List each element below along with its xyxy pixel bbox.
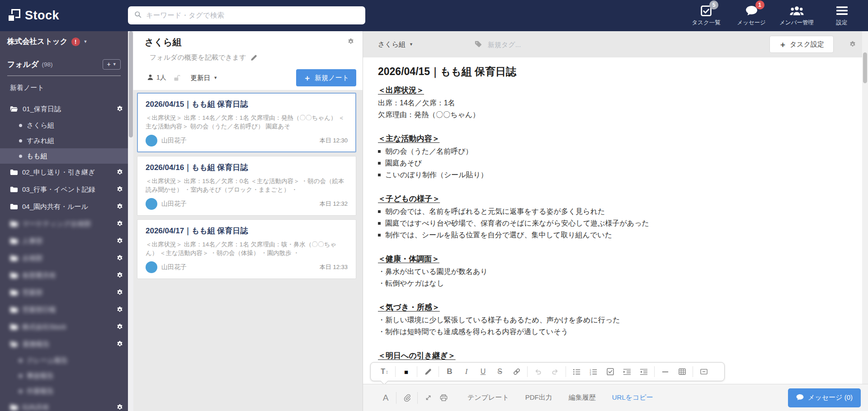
- note-card[interactable]: 2026/04/15｜もも組 保育日誌＜出席状況＞ 出席：14名／欠席：1名 欠…: [137, 93, 356, 152]
- chevron-down-icon: ▼: [213, 76, 217, 80]
- sidebar-item-content: 各部署共有: [10, 271, 56, 280]
- message-button[interactable]: メッセージ (0): [788, 388, 861, 407]
- folder-settings-icon[interactable]: [116, 105, 123, 113]
- folder-settings-icon[interactable]: [116, 272, 123, 279]
- folder-settings-icon[interactable]: [116, 306, 123, 313]
- numbered-list-button[interactable]: 123: [585, 365, 602, 378]
- highlight-pen-button[interactable]: [420, 365, 436, 378]
- indent-button[interactable]: [618, 365, 635, 378]
- new-tag-input[interactable]: [488, 41, 637, 48]
- content-scrollbar[interactable]: [862, 31, 868, 384]
- sidebar: 株式会社ストック ! ▼ フォルダ (98) +▼ 新着ノート01_保育日誌さく…: [0, 31, 128, 411]
- sidebar-folder-item[interactable]: 企画部: [0, 250, 128, 267]
- nav-item-members[interactable]: メンバー管理: [774, 5, 819, 27]
- pdf-export-button[interactable]: PDF出力: [525, 393, 552, 402]
- folder-settings-icon[interactable]: [116, 220, 123, 227]
- sidebar-note-group-item[interactable]: さくら組: [0, 118, 128, 133]
- search-input[interactable]: [146, 11, 359, 19]
- sidebar-item-content: 社内共有: [10, 403, 49, 411]
- sidebar-item-label: 営業部日報: [22, 306, 56, 314]
- sidebar-folder-item[interactable]: 営業部日報: [0, 301, 128, 318]
- note-settings-icon[interactable]: [849, 41, 856, 48]
- outdent-button[interactable]: [635, 365, 652, 378]
- sidebar-folder-item[interactable]: 各部署共有: [0, 267, 128, 284]
- sidebar-item-content: 人事部: [10, 237, 42, 246]
- sidebar-folder-item[interactable]: 01_保育日誌: [0, 100, 128, 118]
- sidebar-note-group-item[interactable]: もも組: [0, 148, 128, 164]
- bold-button[interactable]: B: [441, 365, 458, 378]
- members-indicator[interactable]: 1人: [147, 74, 166, 82]
- sort-dropdown[interactable]: 更新日 ▼: [191, 74, 217, 82]
- folder-select-dropdown[interactable]: さくら組 ▼: [378, 40, 413, 49]
- app-logo[interactable]: Stock: [7, 0, 59, 31]
- sidebar-scrollbar[interactable]: [128, 31, 133, 411]
- sidebar-note-group-item[interactable]: すみれ組: [0, 133, 128, 148]
- nav-item-settings[interactable]: 設定: [819, 5, 864, 27]
- note-card[interactable]: 2026/04/17｜もも組 保育日誌＜出席状況＞ 出席：14名／欠席：1名 欠…: [137, 219, 356, 279]
- sidebar-note-group-item[interactable]: クレーム報告: [0, 353, 128, 368]
- strikethrough-button[interactable]: S: [491, 365, 508, 378]
- nav-item-tasks[interactable]: 5タスク一覧: [684, 5, 729, 27]
- folder-settings-icon[interactable]: [116, 255, 123, 262]
- font-style-icon[interactable]: A: [378, 391, 393, 405]
- sidebar-folder-item[interactable]: 株式会社Stock: [0, 318, 128, 335]
- add-folder-button[interactable]: +▼: [103, 59, 121, 70]
- edit-history-button[interactable]: 編集履歴: [569, 393, 596, 402]
- sidebar-folder-item[interactable]: 03_行事・イベント記録: [0, 181, 128, 198]
- folder-settings-icon[interactable]: [116, 404, 123, 411]
- task-settings-button[interactable]: ＋ タスク設定: [769, 36, 834, 53]
- sidebar-folder-item[interactable]: マーケティング企画部: [0, 215, 128, 232]
- collapse-button[interactable]: [695, 365, 712, 378]
- folder-settings-icon[interactable]: [116, 237, 123, 245]
- note-editor-body[interactable]: 2026/04/15｜もも組 保育日誌 ＜出席状況＞出席：14名／欠席：1名欠席…: [363, 57, 862, 384]
- sidebar-folder-item[interactable]: 04_園内共有・ルール: [0, 198, 128, 215]
- sidebar-folder-item[interactable]: 人事部: [0, 232, 128, 250]
- italic-button[interactable]: I: [458, 365, 475, 378]
- folder-settings-icon[interactable]: [116, 289, 123, 296]
- folder-settings-icon[interactable]: [116, 323, 123, 331]
- print-icon[interactable]: [436, 391, 451, 405]
- new-note-button[interactable]: ＋ 新規ノート: [296, 69, 356, 86]
- folder-description[interactable]: フォルダの概要を記載できます: [150, 53, 257, 62]
- sidebar-new-notes-item[interactable]: 新着ノート: [0, 80, 128, 96]
- organization-switcher[interactable]: 株式会社ストック ! ▼: [7, 36, 122, 47]
- copy-url-button[interactable]: URLをコピー: [612, 393, 653, 402]
- sidebar-item-content: 事故報告: [19, 372, 54, 380]
- sidebar-folder-item[interactable]: 02_申し送り・引き継ぎ: [0, 164, 128, 181]
- bullet-list-button[interactable]: [568, 365, 585, 378]
- editor-bottom-bar: A テンプレート PDF出力 編集履歴 URLをコピー メッセージ (0): [363, 384, 868, 411]
- text-size-button[interactable]: T↕: [376, 365, 393, 378]
- table-button[interactable]: [674, 365, 690, 378]
- link-button[interactable]: [508, 365, 525, 378]
- undo-button[interactable]: [530, 365, 547, 378]
- folder-settings-icon[interactable]: [116, 169, 123, 176]
- template-button[interactable]: テンプレート: [467, 393, 509, 402]
- redo-button[interactable]: [547, 365, 563, 378]
- sidebar-item-label: さくら組: [27, 121, 54, 130]
- sidebar-item-label: 01_保育日誌: [23, 105, 61, 113]
- text-color-button[interactable]: ■: [398, 365, 415, 378]
- horizontal-rule-button[interactable]: [657, 365, 674, 378]
- sidebar-note-group-item[interactable]: 事故報告: [0, 368, 128, 383]
- note-card[interactable]: 2026/04/16｜もも組 保育日誌＜出席状況＞ 出席：15名／欠席：0名 ＜…: [137, 156, 356, 216]
- sidebar-folder-item[interactable]: 業務報告: [0, 335, 128, 353]
- nav-item-messages[interactable]: 1メッセージ: [729, 5, 774, 27]
- folder-settings-icon[interactable]: [116, 186, 123, 193]
- sidebar-item-label: 営業部: [22, 288, 42, 297]
- sidebar-item-label: すみれ組: [27, 137, 54, 145]
- underline-button[interactable]: U: [475, 365, 491, 378]
- fullscreen-icon[interactable]: [420, 391, 436, 405]
- content-scrollbar-thumb[interactable]: [863, 52, 867, 83]
- sidebar-scrollbar-thumb[interactable]: [129, 31, 133, 137]
- stock-logo-icon: [7, 9, 20, 22]
- sidebar-note-group-item[interactable]: 作業報告: [0, 383, 128, 399]
- bottom-bar-divider: [396, 392, 396, 404]
- global-search[interactable]: [128, 6, 365, 24]
- folder-settings-icon[interactable]: [116, 340, 123, 348]
- attachment-icon[interactable]: [399, 391, 415, 405]
- checklist-button[interactable]: [602, 365, 618, 378]
- sidebar-folder-item[interactable]: 社内共有: [0, 399, 128, 411]
- folder-settings-icon[interactable]: [347, 38, 354, 47]
- folder-settings-icon[interactable]: [116, 203, 123, 210]
- sidebar-folder-item[interactable]: 営業部: [0, 284, 128, 301]
